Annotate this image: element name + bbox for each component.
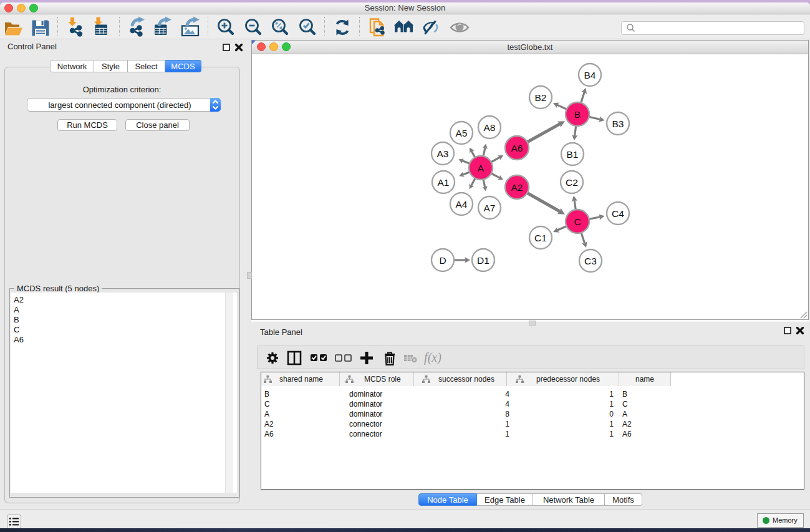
svg-text:A8: A8 bbox=[484, 122, 496, 133]
svg-text:D: D bbox=[439, 255, 446, 266]
svg-text:A4: A4 bbox=[456, 199, 468, 210]
svg-text:B1: B1 bbox=[567, 149, 579, 160]
svg-text:C4: C4 bbox=[612, 208, 624, 219]
svg-text:f(x): f(x) bbox=[424, 351, 441, 365]
svg-text:B2: B2 bbox=[535, 92, 547, 103]
svg-text:A: A bbox=[478, 163, 485, 173]
svg-text:A3: A3 bbox=[437, 148, 449, 159]
svg-text:B4: B4 bbox=[584, 70, 596, 80]
svg-text:B: B bbox=[574, 109, 581, 120]
svg-text:A6: A6 bbox=[511, 143, 523, 153]
svg-text:A2: A2 bbox=[511, 182, 523, 193]
svg-text:C3: C3 bbox=[584, 256, 597, 266]
svg-text:B3: B3 bbox=[612, 118, 624, 129]
svg-text:A1: A1 bbox=[438, 177, 450, 188]
svg-text:C2: C2 bbox=[566, 177, 578, 188]
svg-text:D1: D1 bbox=[477, 255, 489, 266]
svg-text:C: C bbox=[574, 216, 581, 227]
svg-text:C1: C1 bbox=[534, 233, 547, 243]
svg-text:A5: A5 bbox=[456, 128, 468, 138]
svg-text:A7: A7 bbox=[484, 203, 496, 213]
